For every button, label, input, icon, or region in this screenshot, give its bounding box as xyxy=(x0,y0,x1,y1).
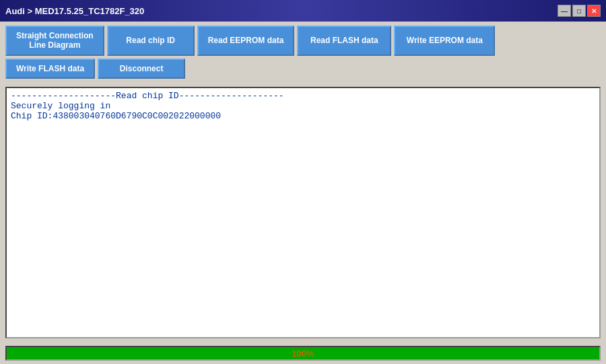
straight-connection-diagram-button[interactable]: Straight Connection Line Diagram xyxy=(5,26,104,56)
read-eeprom-data-button[interactable]: Read EEPROM data xyxy=(197,26,295,56)
progress-bar-track: 100% xyxy=(5,346,601,361)
read-chip-id-button[interactable]: Read chip ID xyxy=(107,26,195,56)
progress-label: 100% xyxy=(292,349,314,359)
write-flash-data-button[interactable]: Write FLASH data xyxy=(5,59,95,79)
read-flash-data-button[interactable]: Read FLASH data xyxy=(297,26,391,56)
minimize-button[interactable]: — xyxy=(558,5,571,17)
main-content: --------------------Read chip ID--------… xyxy=(0,83,606,342)
toolbar-row-1: Straight Connection Line Diagram Read ch… xyxy=(5,26,601,56)
disconnect-button[interactable]: Disconnect xyxy=(98,59,185,79)
main-window: Audi > MED17.5.25_TC1782F_320 — □ ✕ Stra… xyxy=(0,0,606,364)
window-controls: — □ ✕ xyxy=(558,5,601,17)
toolbar-row-2: Write FLASH data Disconnect xyxy=(5,59,601,79)
toolbar: Straight Connection Line Diagram Read ch… xyxy=(0,22,606,83)
window-title: Audi > MED17.5.25_TC1782F_320 xyxy=(5,6,144,16)
close-button[interactable]: ✕ xyxy=(587,5,601,17)
title-bar: Audi > MED17.5.25_TC1782F_320 — □ ✕ xyxy=(0,0,606,22)
output-area[interactable]: --------------------Read chip ID--------… xyxy=(5,87,601,338)
progress-bar-container: 100% xyxy=(0,342,606,364)
maximize-button[interactable]: □ xyxy=(572,5,586,17)
write-eeprom-data-button[interactable]: Write EEPROM data xyxy=(394,26,495,56)
